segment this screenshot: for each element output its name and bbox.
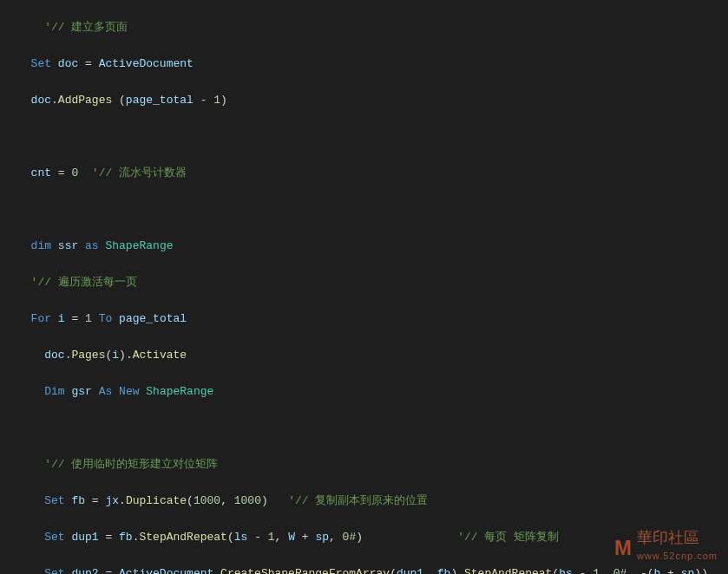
code-line: cnt = 0 '// 流水号计数器 [17, 164, 728, 182]
code-line [17, 419, 728, 437]
code-line: Set fb = jx.Duplicate(1000, 1000) '// 复制… [17, 492, 728, 510]
code-line: '// 遍历激活每一页 [17, 273, 728, 291]
code-line: dim ssr as ShapeRange [17, 237, 728, 255]
watermark-title: 華印社區 [637, 529, 699, 546]
code-line: Set doc = ActiveDocument [17, 55, 728, 73]
code-line: Dim gsr As New ShapeRange [17, 382, 728, 401]
code-line: doc.Pages(i).Activate [17, 346, 728, 364]
watermark-logo-icon: M [614, 538, 632, 557]
code-line: '// 建立多页面 [17, 18, 728, 36]
code-line: doc.AddPages (page_total - 1) [17, 91, 728, 109]
code-line: For i = 1 To page_total [17, 310, 728, 328]
code-editor[interactable]: '// 建立多页面 Set doc = ActiveDocument doc.A… [0, 0, 728, 574]
code-line [17, 127, 728, 146]
watermark-url: www.52cnp.com [637, 547, 718, 565]
code-line [17, 200, 728, 219]
watermark: M 華印社區 www.52cnp.com [614, 529, 718, 565]
code-line: Set dup2 = ActiveDocument.CreateShapeRan… [17, 564, 728, 574]
code-line: '// 使用临时的矩形建立对位矩阵 [17, 455, 728, 473]
